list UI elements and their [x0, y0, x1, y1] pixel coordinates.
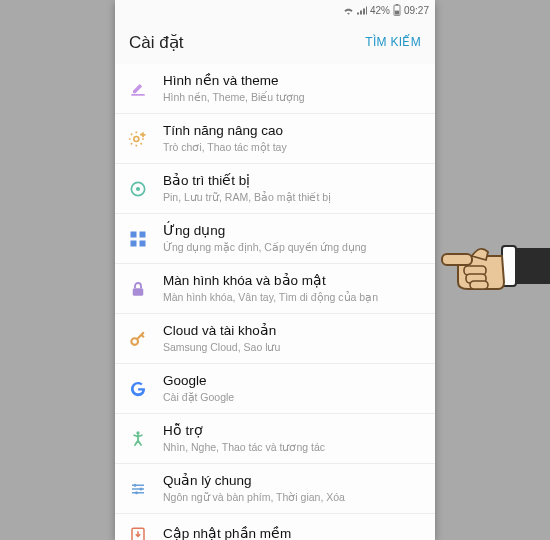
svg-point-12	[136, 431, 139, 434]
row-accessibility[interactable]: Hỗ trợ Nhìn, Nghe, Thao tác và tương tác	[115, 414, 435, 464]
row-software-update[interactable]: Cập nhật phần mềm	[115, 514, 435, 540]
target-icon	[127, 178, 149, 200]
lock-icon	[127, 278, 149, 300]
svg-rect-8	[131, 240, 137, 246]
row-title: Màn hình khóa và bảo mật	[163, 273, 421, 290]
row-advanced-features[interactable]: Tính năng nâng cao Trò chơi, Thao tác mộ…	[115, 114, 435, 164]
svg-rect-1	[396, 4, 398, 5]
svg-point-5	[136, 186, 140, 190]
row-title: Hình nền và theme	[163, 73, 421, 90]
page-title: Cài đặt	[129, 32, 183, 53]
wifi-icon	[343, 6, 354, 15]
row-sub: Nhìn, Nghe, Thao tác và tương tác	[163, 441, 421, 454]
download-icon	[127, 524, 149, 541]
row-title: Bảo trì thiết bị	[163, 173, 421, 190]
svg-point-13	[134, 483, 137, 486]
signal-icon	[357, 6, 367, 15]
row-device-maintenance[interactable]: Bảo trì thiết bị Pin, Lưu trữ, RAM, Bảo …	[115, 164, 435, 214]
google-icon	[127, 378, 149, 400]
clock: 09:27	[404, 5, 429, 16]
svg-rect-9	[140, 240, 146, 246]
row-title: Cập nhật phần mềm	[163, 526, 421, 540]
row-sub: Màn hình khóa, Vân tay, Tìm di động của …	[163, 291, 421, 304]
search-button[interactable]: TÌM KIẾM	[365, 35, 421, 49]
row-lockscreen-security[interactable]: Màn hình khóa và bảo mật Màn hình khóa, …	[115, 264, 435, 314]
row-title: Ứng dụng	[163, 223, 421, 240]
svg-rect-18	[502, 246, 516, 286]
svg-point-14	[140, 487, 143, 490]
battery-percent: 42%	[370, 5, 390, 16]
row-title: Hỗ trợ	[163, 423, 421, 440]
tutorial-pointing-hand-icon	[440, 226, 550, 306]
svg-rect-21	[466, 274, 486, 283]
row-sub: Trò chơi, Thao tác một tay	[163, 141, 421, 154]
status-bar: 42% 09:27	[115, 0, 435, 20]
svg-rect-20	[464, 266, 486, 275]
row-applications[interactable]: Ứng dụng Ứng dụng mặc định, Cấp quyền ứn…	[115, 214, 435, 264]
row-google[interactable]: Google Cài đặt Google	[115, 364, 435, 414]
svg-rect-19	[442, 254, 472, 265]
row-title: Quản lý chung	[163, 473, 421, 490]
row-sub: Samsung Cloud, Sao lưu	[163, 341, 421, 354]
key-icon	[127, 328, 149, 350]
battery-icon	[393, 4, 401, 16]
svg-rect-6	[131, 231, 137, 237]
grid-icon	[127, 228, 149, 250]
row-wallpaper-theme[interactable]: Hình nền và theme Hình nền, Theme, Biểu …	[115, 64, 435, 114]
person-icon	[127, 428, 149, 450]
row-sub: Hình nền, Theme, Biểu tượng	[163, 91, 421, 104]
svg-rect-2	[395, 11, 399, 15]
gear-plus-icon	[127, 128, 149, 150]
row-sub: Pin, Lưu trữ, RAM, Bảo mật thiết bị	[163, 191, 421, 204]
row-sub: Ứng dụng mặc định, Cấp quyền ứng dụng	[163, 241, 421, 254]
phone-frame: 42% 09:27 Cài đặt TÌM KIẾM Hình nền và t…	[115, 0, 435, 540]
row-sub: Ngôn ngữ và bàn phím, Thời gian, Xóa	[163, 491, 421, 504]
row-title: Cloud và tài khoản	[163, 323, 421, 340]
svg-point-11	[131, 338, 138, 345]
svg-rect-17	[510, 248, 550, 284]
app-bar: Cài đặt TÌM KIẾM	[115, 20, 435, 64]
row-sub: Cài đặt Google	[163, 391, 421, 404]
row-title: Google	[163, 373, 421, 390]
sliders-icon	[127, 478, 149, 500]
svg-point-15	[135, 491, 138, 494]
svg-rect-7	[140, 231, 146, 237]
settings-list: Hình nền và theme Hình nền, Theme, Biểu …	[115, 64, 435, 540]
brush-icon	[127, 78, 149, 100]
row-cloud-accounts[interactable]: Cloud và tài khoản Samsung Cloud, Sao lư…	[115, 314, 435, 364]
row-general-management[interactable]: Quản lý chung Ngôn ngữ và bàn phím, Thời…	[115, 464, 435, 514]
row-title: Tính năng nâng cao	[163, 123, 421, 140]
svg-rect-10	[133, 288, 144, 296]
svg-rect-22	[470, 281, 488, 289]
svg-point-3	[134, 136, 139, 141]
